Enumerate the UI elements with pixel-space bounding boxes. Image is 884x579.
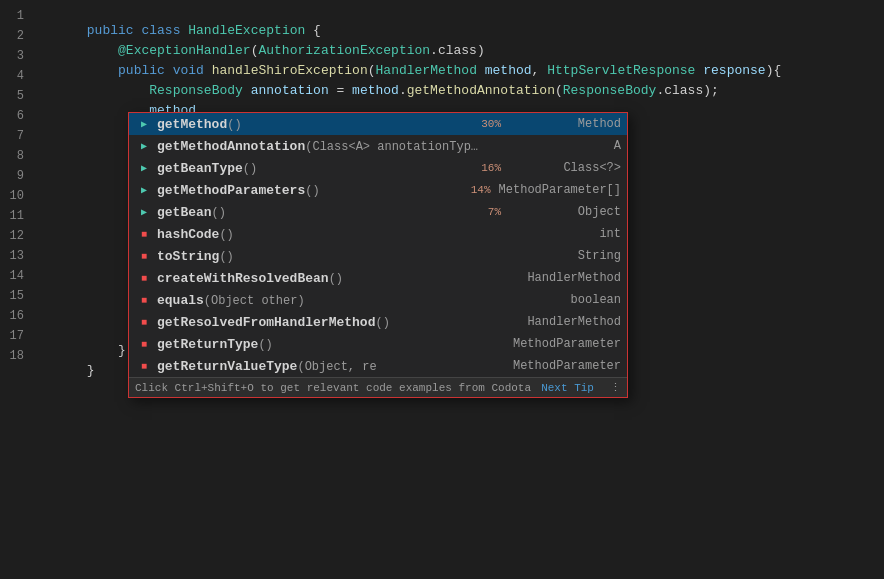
method-icon-11: ■ — [135, 335, 153, 353]
footer-hint-text: Click Ctrl+Shift+O to get relevant code … — [135, 382, 531, 394]
item-type-8: HandlerMethod — [501, 271, 621, 285]
method-icon-1: ▶ — [135, 115, 153, 133]
item-type-12: MethodParameter — [501, 359, 621, 373]
item-type-7: String — [501, 249, 621, 263]
item-type-4: MethodParameter[] — [491, 183, 621, 197]
item-name-10: getResolvedFromHandlerMethod() — [157, 315, 501, 330]
line-num-5: 5 — [0, 89, 40, 103]
item-name-9: equals(Object other) — [157, 293, 501, 308]
autocomplete-footer: Click Ctrl+Shift+O to get relevant code … — [129, 377, 627, 397]
autocomplete-item-8[interactable]: ■ createWithResolvedBean() HandlerMethod — [129, 267, 627, 289]
method-icon-9: ■ — [135, 291, 153, 309]
autocomplete-item-10[interactable]: ■ getResolvedFromHandlerMethod() Handler… — [129, 311, 627, 333]
item-name-2: getMethodAnnotation(Class<A> annotationT… — [157, 139, 501, 154]
autocomplete-item-6[interactable]: ■ hashCode() int — [129, 223, 627, 245]
method-icon-10: ■ — [135, 313, 153, 331]
footer-dots[interactable]: ⋮ — [610, 381, 621, 394]
code-editor: 1 public class HandleException { 2 @Exce… — [0, 0, 884, 376]
autocomplete-item-12[interactable]: ■ getReturnValueType(Object, re MethodPa… — [129, 355, 627, 377]
code-line-2: 2 @ExceptionHandler(AuthorizationExcepti… — [0, 28, 884, 48]
next-tip-link[interactable]: Next Tip — [541, 382, 594, 394]
line-num-6: 6 — [0, 109, 40, 123]
item-type-2: A — [501, 139, 621, 153]
item-name-8: createWithResolvedBean() — [157, 271, 501, 286]
item-type-6: int — [501, 227, 621, 241]
method-icon-6: ■ — [135, 225, 153, 243]
method-icon-4: ▶ — [135, 181, 153, 199]
autocomplete-item-3[interactable]: ▶ getBeanType() 16% Class<?> — [129, 157, 627, 179]
method-icon-12: ■ — [135, 357, 153, 375]
item-type-9: boolean — [501, 293, 621, 307]
item-name-5: getBean() — [157, 205, 484, 220]
autocomplete-item-1[interactable]: ▶ getMethod() 30% Method — [129, 113, 627, 135]
line-num-17: 17 — [0, 329, 40, 343]
item-percent-1: 30% — [481, 118, 501, 130]
line-num-4: 4 — [0, 69, 40, 83]
line-num-7: 7 — [0, 129, 40, 143]
method-icon-8: ■ — [135, 269, 153, 287]
item-type-3: Class<?> — [501, 161, 621, 175]
item-percent-5: 7% — [488, 206, 501, 218]
autocomplete-popup[interactable]: ▶ getMethod() 30% Method ▶ getMethodAnno… — [128, 112, 628, 398]
item-percent-3: 16% — [481, 162, 501, 174]
item-type-11: MethodParameter — [501, 337, 621, 351]
item-name-3: getBeanType() — [157, 161, 477, 176]
item-type-5: Object — [501, 205, 621, 219]
line-num-9: 9 — [0, 169, 40, 183]
item-type-1: Method — [501, 117, 621, 131]
item-name-1: getMethod() — [157, 117, 477, 132]
item-name-4: getMethodParameters() — [157, 183, 467, 198]
line-num-10: 10 — [0, 189, 40, 203]
line-num-16: 16 — [0, 309, 40, 323]
autocomplete-item-2[interactable]: ▶ getMethodAnnotation(Class<A> annotatio… — [129, 135, 627, 157]
item-name-7: toString() — [157, 249, 501, 264]
item-name-11: getReturnType() — [157, 337, 501, 352]
method-icon-3: ▶ — [135, 159, 153, 177]
code-line-1: 1 public class HandleException { — [0, 8, 884, 28]
item-percent-4: 14% — [471, 184, 491, 196]
autocomplete-item-7[interactable]: ■ toString() String — [129, 245, 627, 267]
code-line-5: 5 method. — [0, 88, 884, 108]
line-num-1: 1 — [0, 9, 40, 23]
autocomplete-item-11[interactable]: ■ getReturnType() MethodParameter — [129, 333, 627, 355]
line-num-8: 8 — [0, 149, 40, 163]
line-num-2: 2 — [0, 29, 40, 43]
line-num-13: 13 — [0, 249, 40, 263]
line-num-11: 11 — [0, 209, 40, 223]
method-icon-2: ▶ — [135, 137, 153, 155]
item-name-6: hashCode() — [157, 227, 501, 242]
item-type-10: HandlerMethod — [501, 315, 621, 329]
line-num-18: 18 — [0, 349, 40, 363]
line-num-14: 14 — [0, 269, 40, 283]
line-num-12: 12 — [0, 229, 40, 243]
line-num-15: 15 — [0, 289, 40, 303]
item-name-12: getReturnValueType(Object, re — [157, 359, 501, 374]
autocomplete-item-4[interactable]: ▶ getMethodParameters() 14% MethodParame… — [129, 179, 627, 201]
line-num-3: 3 — [0, 49, 40, 63]
method-icon-5: ▶ — [135, 203, 153, 221]
method-icon-7: ■ — [135, 247, 153, 265]
code-line-3: 3 public void handleShiroException(Handl… — [0, 48, 884, 68]
code-line-4: 4 ResponseBody annotation = method.getMe… — [0, 68, 884, 88]
autocomplete-item-9[interactable]: ■ equals(Object other) boolean — [129, 289, 627, 311]
autocomplete-item-5[interactable]: ▶ getBean() 7% Object — [129, 201, 627, 223]
